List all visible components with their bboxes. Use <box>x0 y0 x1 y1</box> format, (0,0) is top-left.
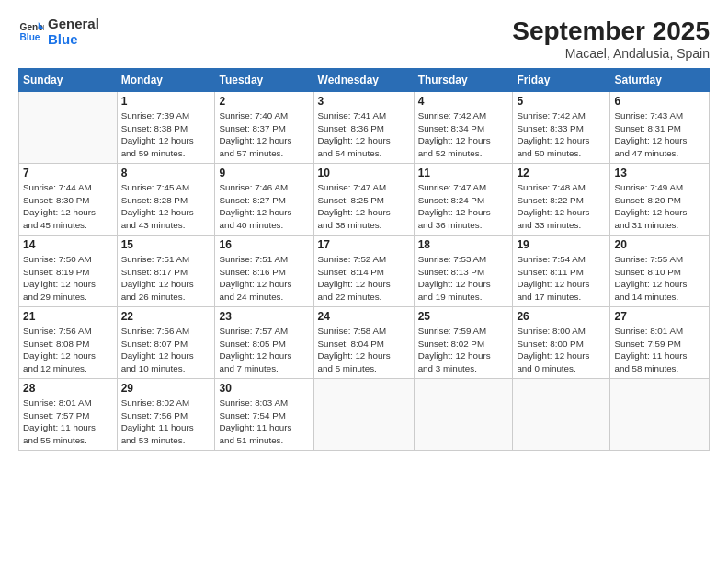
week-row-3: 21Sunrise: 7:56 AMSunset: 8:08 PMDayligh… <box>19 307 710 379</box>
day-info: Sunrise: 7:42 AMSunset: 8:34 PMDaylight:… <box>418 109 509 160</box>
day-number: 20 <box>614 238 705 251</box>
day-cell: 2Sunrise: 7:40 AMSunset: 8:37 PMDaylight… <box>215 92 313 164</box>
day-number: 4 <box>418 95 509 108</box>
day-info: Sunrise: 7:49 AMSunset: 8:20 PMDaylight:… <box>614 181 705 232</box>
day-info: Sunrise: 7:51 AMSunset: 8:17 PMDaylight:… <box>121 253 211 304</box>
day-cell: 25Sunrise: 7:59 AMSunset: 8:02 PMDayligh… <box>414 307 513 379</box>
day-number: 15 <box>121 238 211 251</box>
day-info: Sunrise: 7:43 AMSunset: 8:31 PMDaylight:… <box>614 109 705 160</box>
day-info: Sunrise: 7:41 AMSunset: 8:36 PMDaylight:… <box>318 109 410 160</box>
day-number: 6 <box>614 95 705 108</box>
day-cell <box>414 379 513 451</box>
day-info: Sunrise: 7:42 AMSunset: 8:33 PMDaylight:… <box>517 109 606 160</box>
day-info: Sunrise: 7:50 AMSunset: 8:19 PMDaylight:… <box>23 253 113 304</box>
day-info: Sunrise: 7:39 AMSunset: 8:38 PMDaylight:… <box>121 109 211 160</box>
day-header-monday: Monday <box>117 69 215 92</box>
day-cell: 28Sunrise: 8:01 AMSunset: 7:57 PMDayligh… <box>19 379 118 451</box>
day-header-thursday: Thursday <box>414 69 513 92</box>
day-info: Sunrise: 8:00 AMSunset: 8:00 PMDaylight:… <box>517 325 606 375</box>
title-block: September 2025 Macael, Andalusia, Spain <box>512 17 710 61</box>
day-cell: 7Sunrise: 7:44 AMSunset: 8:30 PMDaylight… <box>19 164 118 236</box>
day-info: Sunrise: 7:55 AMSunset: 8:10 PMDaylight:… <box>614 253 705 304</box>
day-info: Sunrise: 7:59 AMSunset: 8:02 PMDaylight:… <box>418 325 509 375</box>
day-number: 13 <box>614 167 705 179</box>
day-cell: 1Sunrise: 7:39 AMSunset: 8:38 PMDaylight… <box>117 92 215 164</box>
calendar-table: SundayMondayTuesdayWednesdayThursdayFrid… <box>18 68 710 451</box>
day-number: 27 <box>614 310 705 323</box>
week-row-4: 28Sunrise: 8:01 AMSunset: 7:57 PMDayligh… <box>19 379 710 451</box>
day-number: 2 <box>219 95 309 108</box>
header: General Blue General Blue September 2025… <box>18 17 710 61</box>
day-cell: 18Sunrise: 7:53 AMSunset: 8:13 PMDayligh… <box>414 236 513 307</box>
day-info: Sunrise: 7:44 AMSunset: 8:30 PMDaylight:… <box>23 181 113 232</box>
svg-text:Blue: Blue <box>20 32 40 42</box>
logo-icon: General Blue <box>18 19 44 45</box>
day-header-friday: Friday <box>513 69 610 92</box>
day-cell: 19Sunrise: 7:54 AMSunset: 8:11 PMDayligh… <box>513 236 610 307</box>
day-info: Sunrise: 7:46 AMSunset: 8:27 PMDaylight:… <box>219 181 309 232</box>
day-number: 29 <box>121 382 211 395</box>
day-info: Sunrise: 7:53 AMSunset: 8:13 PMDaylight:… <box>418 253 509 304</box>
day-cell: 13Sunrise: 7:49 AMSunset: 8:20 PMDayligh… <box>610 164 710 236</box>
day-number: 28 <box>23 382 113 395</box>
day-info: Sunrise: 7:45 AMSunset: 8:28 PMDaylight:… <box>121 181 211 232</box>
day-cell: 20Sunrise: 7:55 AMSunset: 8:10 PMDayligh… <box>610 236 710 307</box>
day-cell: 29Sunrise: 8:02 AMSunset: 7:56 PMDayligh… <box>117 379 215 451</box>
day-number: 22 <box>121 310 211 323</box>
day-number: 7 <box>23 167 113 179</box>
day-header-sunday: Sunday <box>19 69 118 92</box>
logo: General Blue General Blue <box>18 17 99 47</box>
location: Macael, Andalusia, Spain <box>512 46 710 61</box>
day-info: Sunrise: 7:56 AMSunset: 8:07 PMDaylight:… <box>121 325 211 375</box>
day-info: Sunrise: 8:03 AMSunset: 7:54 PMDaylight:… <box>219 396 309 447</box>
day-info: Sunrise: 7:58 AMSunset: 8:04 PMDaylight:… <box>318 325 410 375</box>
day-number: 10 <box>318 167 410 179</box>
day-cell <box>610 379 710 451</box>
day-info: Sunrise: 7:52 AMSunset: 8:14 PMDaylight:… <box>318 253 410 304</box>
day-header-saturday: Saturday <box>610 69 710 92</box>
day-info: Sunrise: 8:01 AMSunset: 7:57 PMDaylight:… <box>23 396 113 447</box>
day-number: 24 <box>318 310 410 323</box>
day-cell: 16Sunrise: 7:51 AMSunset: 8:16 PMDayligh… <box>215 236 313 307</box>
day-cell: 9Sunrise: 7:46 AMSunset: 8:27 PMDaylight… <box>215 164 313 236</box>
day-cell: 17Sunrise: 7:52 AMSunset: 8:14 PMDayligh… <box>313 236 414 307</box>
day-info: Sunrise: 8:01 AMSunset: 7:59 PMDaylight:… <box>614 325 705 375</box>
day-info: Sunrise: 7:56 AMSunset: 8:08 PMDaylight:… <box>23 325 113 375</box>
week-row-0: 1Sunrise: 7:39 AMSunset: 8:38 PMDaylight… <box>19 92 710 164</box>
day-number: 25 <box>418 310 509 323</box>
day-cell: 12Sunrise: 7:48 AMSunset: 8:22 PMDayligh… <box>513 164 610 236</box>
day-number: 19 <box>517 238 606 251</box>
day-cell: 23Sunrise: 7:57 AMSunset: 8:05 PMDayligh… <box>215 307 313 379</box>
day-cell: 21Sunrise: 7:56 AMSunset: 8:08 PMDayligh… <box>19 307 118 379</box>
day-cell: 3Sunrise: 7:41 AMSunset: 8:36 PMDaylight… <box>313 92 414 164</box>
day-info: Sunrise: 7:47 AMSunset: 8:25 PMDaylight:… <box>318 181 410 232</box>
day-cell: 27Sunrise: 8:01 AMSunset: 7:59 PMDayligh… <box>610 307 710 379</box>
week-row-1: 7Sunrise: 7:44 AMSunset: 8:30 PMDaylight… <box>19 164 710 236</box>
day-cell <box>513 379 610 451</box>
page: General Blue General Blue September 2025… <box>0 0 728 563</box>
day-number: 16 <box>219 238 309 251</box>
week-row-2: 14Sunrise: 7:50 AMSunset: 8:19 PMDayligh… <box>19 236 710 307</box>
day-cell: 8Sunrise: 7:45 AMSunset: 8:28 PMDaylight… <box>117 164 215 236</box>
day-cell: 24Sunrise: 7:58 AMSunset: 8:04 PMDayligh… <box>313 307 414 379</box>
day-number: 8 <box>121 167 211 179</box>
day-cell: 11Sunrise: 7:47 AMSunset: 8:24 PMDayligh… <box>414 164 513 236</box>
day-cell: 5Sunrise: 7:42 AMSunset: 8:33 PMDaylight… <box>513 92 610 164</box>
day-info: Sunrise: 7:54 AMSunset: 8:11 PMDaylight:… <box>517 253 606 304</box>
day-number: 3 <box>318 95 410 108</box>
day-cell: 4Sunrise: 7:42 AMSunset: 8:34 PMDaylight… <box>414 92 513 164</box>
day-cell: 30Sunrise: 8:03 AMSunset: 7:54 PMDayligh… <box>215 379 313 451</box>
day-info: Sunrise: 8:02 AMSunset: 7:56 PMDaylight:… <box>121 396 211 447</box>
day-number: 26 <box>517 310 606 323</box>
day-cell: 14Sunrise: 7:50 AMSunset: 8:19 PMDayligh… <box>19 236 118 307</box>
day-number: 1 <box>121 95 211 108</box>
logo-line1: General <box>48 17 99 32</box>
day-number: 23 <box>219 310 309 323</box>
logo-line2: Blue <box>48 32 99 48</box>
day-cell <box>19 92 118 164</box>
day-info: Sunrise: 7:47 AMSunset: 8:24 PMDaylight:… <box>418 181 509 232</box>
day-number: 21 <box>23 310 113 323</box>
day-number: 9 <box>219 167 309 179</box>
day-info: Sunrise: 7:57 AMSunset: 8:05 PMDaylight:… <box>219 325 309 375</box>
day-info: Sunrise: 7:48 AMSunset: 8:22 PMDaylight:… <box>517 181 606 232</box>
